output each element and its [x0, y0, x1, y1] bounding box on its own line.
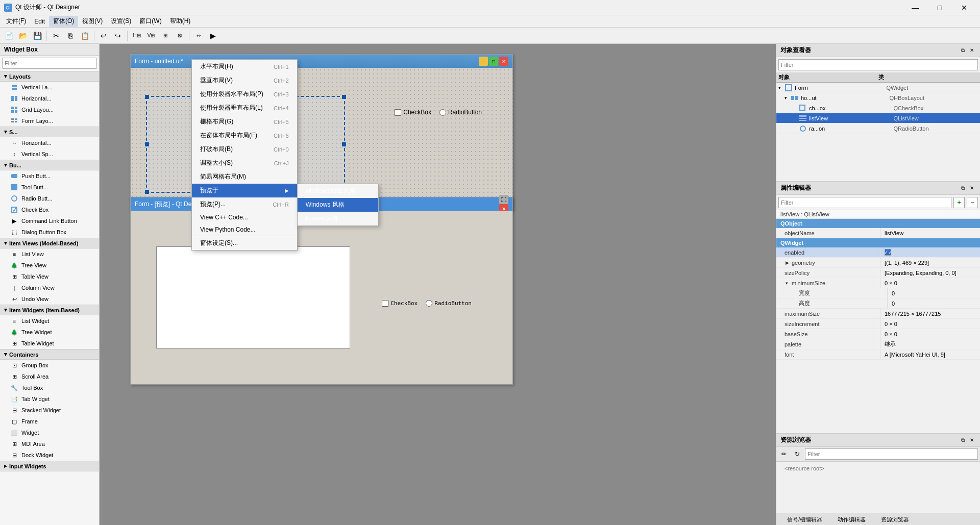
widget-radio-button[interactable]: Radio Butt...	[0, 193, 99, 204]
handle-ml[interactable]	[145, 142, 149, 146]
widget-group-item-views[interactable]: ▾ Item Views (Model-Based)	[0, 238, 99, 248]
menu-settings[interactable]: 设置(S)	[107, 16, 135, 27]
tab-resource-browser[interactable]: 资源浏览器	[874, 514, 916, 525]
form-minimize-btn[interactable]: —	[479, 57, 488, 66]
menu-v-layout[interactable]: 垂直布局(V) Ctrl+2	[192, 73, 297, 87]
prop-row-sizeinc[interactable]: sizeIncrement 0 × 0	[776, 319, 980, 329]
obj-filter-input[interactable]	[778, 59, 978, 70]
widget-column-view[interactable]: | Column View	[0, 282, 99, 293]
minimize-button[interactable]: —	[903, 0, 927, 15]
widget-widget[interactable]: ⬜ Widget	[0, 427, 99, 438]
widget-list-widget[interactable]: ≡ List Widget	[0, 315, 99, 327]
maximize-button[interactable]: □	[928, 0, 951, 15]
widget-check-box[interactable]: Check Box	[0, 204, 99, 215]
tb-preview[interactable]: ▶	[206, 29, 219, 42]
tb-hlayout[interactable]: H⊞	[130, 29, 143, 42]
widget-tool-box[interactable]: 🔧 Tool Box	[0, 382, 99, 393]
widget-group-layouts[interactable]: ▾ Layouts	[0, 71, 99, 82]
prop-row-maxsize[interactable]: maximumSize 16777215 × 16777215	[776, 309, 980, 319]
form-checkbox[interactable]	[395, 109, 401, 116]
widget-mdi-area[interactable]: ⊞ MDI Area	[0, 438, 99, 449]
menu-form[interactable]: 窗体(O)	[49, 16, 78, 27]
obj-row-radiobtn[interactable]: ra...on QRadioButton	[776, 123, 980, 134]
tb-copy[interactable]: ⎘	[64, 29, 77, 42]
widget-stacked-widget[interactable]: ⊟ Stacked Widget	[0, 405, 99, 416]
close-button[interactable]: ✕	[952, 0, 976, 15]
tab-signal-slot[interactable]: 信号/槽编辑器	[780, 514, 829, 525]
obj-row-form[interactable]: ▾ Form QWidget	[776, 83, 980, 93]
submenu-fusion[interactable]: Fusion 风格	[298, 212, 378, 226]
menu-split-v[interactable]: 使用分裂器垂直布局(L) Ctrl+4	[192, 101, 297, 115]
menu-form-settings[interactable]: 窗体设定(S)...	[192, 236, 297, 250]
handle-bl[interactable]	[145, 190, 149, 194]
prop-row-objectname[interactable]: objectName listView	[776, 228, 980, 238]
prop-row-sizepolicy[interactable]: sizePolicy [Expanding, Expanding, 0, 0]	[776, 268, 980, 278]
res-edit-btn[interactable]: ✏	[778, 448, 790, 460]
menu-edit[interactable]: Edit	[30, 16, 49, 27]
res-root-item[interactable]: <resource root>	[780, 464, 976, 473]
widget-tab-widget[interactable]: 📑 Tab Widget	[0, 393, 99, 405]
menu-grid-layout[interactable]: 栅格布局(G) Ctrl+5	[192, 115, 297, 129]
tree-arrow-hbox[interactable]: ▾	[785, 95, 791, 101]
widget-group-input-widgets[interactable]: ▸ Input Widgets	[0, 461, 99, 471]
prop-row-basesize[interactable]: baseSize 0 × 0	[776, 329, 980, 339]
menu-view-python[interactable]: View Python Code...	[192, 223, 297, 236]
widget-group-containers[interactable]: ▾ Containers	[0, 349, 99, 360]
obj-row-hboxlayout[interactable]: ▾ ho...ut QHBoxLayout	[776, 93, 980, 103]
menu-window[interactable]: 窗口(W)	[135, 16, 165, 27]
menu-split-h[interactable]: 使用分裂器水平布局(P) Ctrl+3	[192, 87, 297, 101]
menu-view[interactable]: 视图(V)	[78, 16, 107, 27]
prop-close-btn[interactable]: ✕	[968, 184, 976, 192]
widget-filter-input[interactable]	[2, 58, 97, 69]
prop-row-palette[interactable]: palette 继承	[776, 339, 980, 349]
center-area[interactable]: Form - untitled.ui* — □ ✕	[100, 44, 776, 525]
menu-form-layout[interactable]: 在窗体布局中布局(E) Ctrl+6	[192, 129, 297, 142]
handle-tr[interactable]	[342, 95, 346, 99]
res-refresh-btn[interactable]: ↻	[792, 448, 803, 460]
prop-detach-btn[interactable]: ⧉	[959, 184, 967, 192]
widget-tool-button[interactable]: Tool Butt...	[0, 182, 99, 193]
prop-row-height[interactable]: 高度 0	[776, 298, 980, 309]
preview-fullscreen-btn[interactable]: ⛶	[499, 195, 508, 204]
tb-adjust[interactable]: ⇔	[192, 29, 205, 42]
widget-h-spacer[interactable]: ↔ Horizontal...	[0, 137, 99, 148]
widget-horizontal-layout[interactable]: Horizontal...	[0, 93, 99, 104]
tb-paste[interactable]: 📋	[78, 29, 91, 42]
prop-remove-btn[interactable]: −	[967, 197, 978, 208]
preview-content[interactable]: CheckBox RadioButton	[131, 211, 512, 384]
menu-resize[interactable]: 调整大小(S) Ctrl+J	[192, 156, 297, 170]
obj-row-checkbox[interactable]: ch...ox QCheckBox	[776, 103, 980, 113]
form-maximize-btn[interactable]: □	[489, 57, 498, 66]
widget-list-view[interactable]: ≡ List View	[0, 248, 99, 260]
widget-group-item-widgets[interactable]: ▾ Item Widgets (Item-Based)	[0, 305, 99, 315]
form-radiobutton[interactable]	[439, 109, 446, 116]
prop-filter-input[interactable]	[778, 197, 951, 208]
menu-break-layout[interactable]: 打破布局(B) Ctrl+0	[192, 142, 297, 156]
obj-close-btn[interactable]: ✕	[968, 46, 976, 55]
preview-checkbox[interactable]	[382, 300, 388, 307]
widget-table-view[interactable]: ⊞ Table View	[0, 271, 99, 282]
handle-tl[interactable]	[145, 95, 149, 99]
tb-undo[interactable]: ↩	[97, 29, 110, 42]
tb-save[interactable]: 💾	[31, 29, 44, 42]
res-detach-btn[interactable]: ⧉	[959, 436, 967, 444]
res-close-btn[interactable]: ✕	[968, 436, 976, 444]
prop-row-font[interactable]: font A [Microsoft YaHei UI, 9]	[776, 349, 980, 360]
widget-scroll-area[interactable]: ⊞ Scroll Area	[0, 371, 99, 382]
widget-push-button[interactable]: Push Butt...	[0, 170, 99, 182]
menu-view-cpp[interactable]: View C++ Code...	[192, 211, 297, 223]
tb-new[interactable]: 📄	[2, 29, 15, 42]
menu-file[interactable]: 文件(F)	[2, 16, 30, 27]
prop-row-enabled[interactable]: enabled ✓	[776, 247, 980, 258]
prop-row-width[interactable]: 宽度 0	[776, 288, 980, 298]
widget-group-box[interactable]: ⊡ Group Box	[0, 360, 99, 371]
widget-tree-widget[interactable]: 🌲 Tree Widget	[0, 327, 99, 338]
preview-listview-widget[interactable]	[156, 246, 350, 348]
widget-form-layout[interactable]: Form Layo...	[0, 115, 99, 127]
form-close-btn[interactable]: ✕	[499, 57, 508, 66]
preview-radiobutton[interactable]	[426, 300, 432, 307]
prop-row-geometry[interactable]: ▶ geometry [(1, 1), 469 × 229]	[776, 258, 980, 268]
widget-frame[interactable]: ▢ Frame	[0, 416, 99, 427]
widget-grid-layout[interactable]: Grid Layou...	[0, 104, 99, 115]
tb-grid[interactable]: ⊞	[159, 29, 172, 42]
